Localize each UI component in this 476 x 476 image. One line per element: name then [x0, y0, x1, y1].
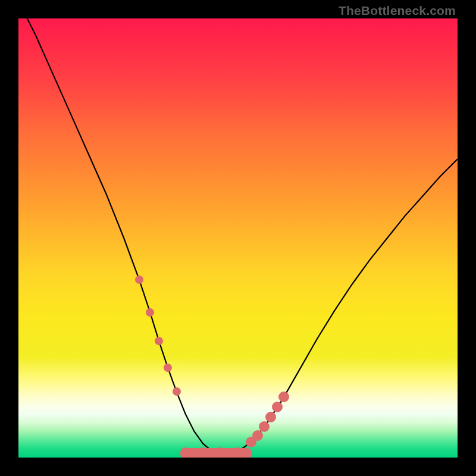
- plot-area: [18, 18, 458, 458]
- data-point-marker: [234, 447, 242, 456]
- data-point-marker: [173, 387, 181, 396]
- data-point-marker: [135, 275, 143, 284]
- outer-frame: TheBottleneck.com: [0, 0, 476, 476]
- data-point-marker: [225, 450, 233, 458]
- watermark-text: TheBottleneck.com: [339, 4, 456, 18]
- data-point-marker: [243, 450, 251, 458]
- data-point-marker: [208, 450, 216, 458]
- bottleneck-curve: [18, 18, 458, 458]
- data-point-marker: [190, 450, 198, 458]
- data-point-marker: [199, 447, 207, 456]
- data-point-marker: [164, 364, 172, 372]
